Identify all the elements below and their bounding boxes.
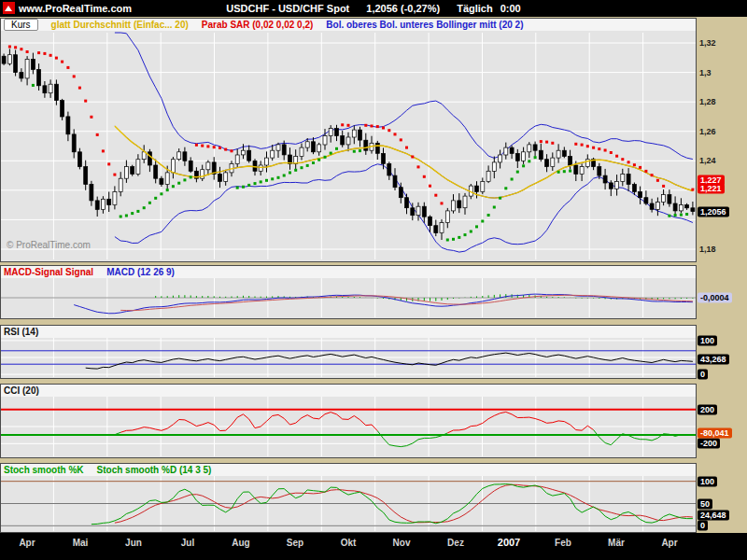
last-price-text: 1,2056 (-0,27%) <box>366 3 440 14</box>
cci-axis-tick: -200 <box>698 439 720 449</box>
stoch-axis-tick: 100 <box>698 477 717 487</box>
macd-value-box: -0,0004 <box>698 293 732 303</box>
window-title: USDCHF - USD/CHF Spot1,2056 (-0,27%)Tägl… <box>0 3 747 14</box>
time-axis-label: Okt <box>341 538 357 548</box>
time-axis-label: Nov <box>393 538 411 548</box>
legend-macd[interactable]: MACD (12 26 9) <box>106 267 175 277</box>
time-axis-label: Sep <box>287 538 303 548</box>
time-axis-label: Mai <box>73 538 89 548</box>
time-axis-label: Jun <box>125 538 142 548</box>
price-axis-tick: 1,18 <box>699 245 716 254</box>
price-legend: Kurs glatt Durchschnitt (Einfac... 20) P… <box>1 19 696 31</box>
time-axis-label: Apr <box>661 538 677 548</box>
legend-rsi[interactable]: RSI (14) <box>4 327 38 337</box>
time-axis-label: Feb <box>555 538 571 548</box>
price-value-box: 1,221 <box>698 184 725 194</box>
watermark: © ProRealTime.com <box>7 240 91 250</box>
price-axis-tick: 1,24 <box>699 156 716 165</box>
legend-moving-average[interactable]: glatt Durchschnitt (Einfac... 20) <box>51 20 189 30</box>
title-bar: www.ProRealTime.com USDCHF - USD/CHF Spo… <box>0 0 747 17</box>
rsi-legend: RSI (14) <box>1 326 696 338</box>
price-axis-tick: 1,28 <box>699 97 716 106</box>
instrument-name: USDCHF - USD/CHF Spot <box>226 3 349 14</box>
price-axis-tick: 1,26 <box>699 127 716 136</box>
price-axis-tick: 1,3 <box>699 68 712 77</box>
rsi-panel[interactable]: RSI (14) <box>0 325 697 379</box>
stochastic-panel[interactable]: Stoch smooth %K Stoch smooth %D (14 3 5) <box>0 463 697 533</box>
price-chart-panel[interactable]: Kurs glatt Durchschnitt (Einfac... 20) P… <box>0 18 697 262</box>
legend-parabolic-sar[interactable]: Parab SAR (0,02 0,02 0,2) <box>202 20 314 30</box>
legend-stoch-d[interactable]: Stoch smooth %D (14 3 5) <box>97 465 212 475</box>
price-value-box: 1,2056 <box>698 207 729 217</box>
time-axis-label: Aug <box>232 538 249 548</box>
time-axis: AprMaiJunJulAugSepOktNovDez2007FebMärApr <box>0 533 747 560</box>
time-axis-label: 2007 <box>498 537 520 548</box>
legend-stoch-k[interactable]: Stoch smooth %K <box>4 465 84 475</box>
legend-bollinger[interactable]: Bol. oberes Bol. unteres Bollinger mitt … <box>326 20 523 30</box>
stoch-legend: Stoch smooth %K Stoch smooth %D (14 3 5) <box>1 464 696 476</box>
stoch-axis-tick: 0 <box>698 521 708 531</box>
time-axis-label: Dez <box>447 538 464 548</box>
legend-cci[interactable]: CCI (20) <box>4 385 39 396</box>
macd-panel[interactable]: MACD-Signal Signal MACD (12 26 9) <box>0 265 697 319</box>
macd-legend: MACD-Signal Signal MACD (12 26 9) <box>1 266 696 278</box>
legend-macd-signal[interactable]: MACD-Signal Signal <box>4 267 93 277</box>
kurs-tab[interactable]: Kurs <box>4 19 38 31</box>
prorealtime-window: www.ProRealTime.com USDCHF - USD/CHF Spo… <box>0 0 747 560</box>
rsi-value-box: 43,268 <box>698 355 729 365</box>
timeframe-label: Täglich <box>457 3 493 14</box>
time-axis-label: Jul <box>181 538 194 548</box>
price-axis-tick: 1,32 <box>699 38 716 48</box>
time-axis-label: Apr <box>19 538 35 548</box>
cci-axis-tick: 200 <box>698 405 717 415</box>
cci-value-box: -80,041 <box>698 428 732 439</box>
cci-legend: CCI (20) <box>1 385 696 397</box>
time-axis-label: Mär <box>608 538 625 548</box>
price-value-box: 1,227 <box>698 175 725 186</box>
session-time: 0:00 <box>500 3 521 14</box>
rsi-axis-tick: 100 <box>698 336 717 346</box>
stoch-axis-tick: 50 <box>698 499 712 510</box>
cci-panel[interactable]: CCI (20) <box>0 384 697 458</box>
rsi-axis-tick: 0 <box>698 370 708 380</box>
stoch-value-box: 24,648 <box>698 511 729 521</box>
